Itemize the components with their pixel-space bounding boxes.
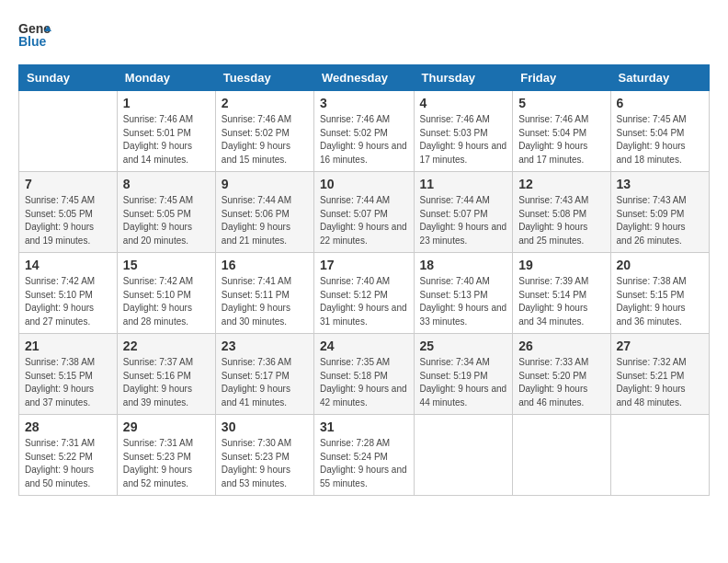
- calendar-cell: 26Sunrise: 7:33 AMSunset: 5:20 PMDayligh…: [513, 334, 610, 415]
- calendar-cell: 3Sunrise: 7:46 AMSunset: 5:02 PMDaylight…: [314, 91, 415, 172]
- calendar-body: 1Sunrise: 7:46 AMSunset: 5:01 PMDaylight…: [19, 91, 710, 496]
- cell-info: Sunrise: 7:45 AMSunset: 5:05 PMDaylight:…: [25, 194, 111, 247]
- cell-info: Sunrise: 7:31 AMSunset: 5:23 PMDaylight:…: [123, 437, 210, 490]
- calendar-cell: 25Sunrise: 7:34 AMSunset: 5:19 PMDayligh…: [414, 334, 513, 415]
- cell-day-number: 14: [25, 258, 111, 272]
- cell-day-number: 4: [420, 96, 507, 110]
- weekday-header-cell: Thursday: [414, 65, 513, 91]
- logo: General Blue: [18, 18, 51, 55]
- cell-info: Sunrise: 7:33 AMSunset: 5:20 PMDaylight:…: [518, 356, 604, 409]
- logo-icon: General Blue: [18, 18, 51, 55]
- cell-info: Sunrise: 7:28 AMSunset: 5:24 PMDaylight:…: [320, 437, 408, 490]
- cell-info: Sunrise: 7:44 AMSunset: 5:07 PMDaylight:…: [420, 194, 507, 247]
- calendar-cell: 18Sunrise: 7:40 AMSunset: 5:13 PMDayligh…: [414, 253, 513, 334]
- cell-day-number: 10: [320, 177, 408, 191]
- calendar-cell: 20Sunrise: 7:38 AMSunset: 5:15 PMDayligh…: [610, 253, 709, 334]
- cell-info: Sunrise: 7:46 AMSunset: 5:01 PMDaylight:…: [123, 113, 210, 167]
- calendar-week-row: 14Sunrise: 7:42 AMSunset: 5:10 PMDayligh…: [19, 253, 710, 334]
- cell-info: Sunrise: 7:44 AMSunset: 5:07 PMDaylight:…: [320, 194, 408, 247]
- cell-info: Sunrise: 7:34 AMSunset: 5:19 PMDaylight:…: [420, 356, 507, 409]
- calendar-cell: 15Sunrise: 7:42 AMSunset: 5:10 PMDayligh…: [117, 253, 215, 334]
- calendar-cell: [414, 415, 513, 496]
- calendar-cell: 14Sunrise: 7:42 AMSunset: 5:10 PMDayligh…: [19, 253, 118, 334]
- calendar-cell: 17Sunrise: 7:40 AMSunset: 5:12 PMDayligh…: [314, 253, 415, 334]
- calendar-cell: 5Sunrise: 7:46 AMSunset: 5:04 PMDaylight…: [513, 91, 610, 172]
- cell-info: Sunrise: 7:38 AMSunset: 5:15 PMDaylight:…: [25, 356, 111, 409]
- calendar-cell: 9Sunrise: 7:44 AMSunset: 5:06 PMDaylight…: [215, 172, 313, 253]
- cell-info: Sunrise: 7:40 AMSunset: 5:13 PMDaylight:…: [420, 275, 507, 328]
- cell-day-number: 2: [222, 96, 308, 110]
- calendar-cell: 28Sunrise: 7:31 AMSunset: 5:22 PMDayligh…: [19, 415, 118, 496]
- cell-day-number: 30: [222, 419, 308, 434]
- cell-day-number: 19: [518, 258, 604, 272]
- calendar-cell: 16Sunrise: 7:41 AMSunset: 5:11 PMDayligh…: [215, 253, 313, 334]
- cell-day-number: 9: [222, 177, 308, 191]
- cell-info: Sunrise: 7:45 AMSunset: 5:04 PMDaylight:…: [617, 113, 703, 167]
- cell-info: Sunrise: 7:38 AMSunset: 5:15 PMDaylight:…: [617, 275, 703, 328]
- cell-day-number: 16: [222, 258, 308, 272]
- calendar-cell: 2Sunrise: 7:46 AMSunset: 5:02 PMDaylight…: [215, 91, 313, 172]
- cell-day-number: 31: [320, 419, 408, 434]
- cell-info: Sunrise: 7:31 AMSunset: 5:22 PMDaylight:…: [25, 437, 111, 490]
- cell-day-number: 25: [420, 339, 507, 353]
- calendar-cell: 10Sunrise: 7:44 AMSunset: 5:07 PMDayligh…: [314, 172, 415, 253]
- cell-day-number: 6: [617, 96, 703, 110]
- cell-day-number: 12: [518, 177, 604, 191]
- calendar-cell: [610, 415, 709, 496]
- cell-day-number: 1: [123, 96, 210, 110]
- calendar-cell: 11Sunrise: 7:44 AMSunset: 5:07 PMDayligh…: [414, 172, 513, 253]
- cell-day-number: 22: [123, 339, 210, 353]
- weekday-header-cell: Saturday: [610, 65, 709, 91]
- cell-info: Sunrise: 7:30 AMSunset: 5:23 PMDaylight:…: [222, 437, 308, 490]
- cell-day-number: 26: [518, 339, 604, 353]
- calendar-cell: 6Sunrise: 7:45 AMSunset: 5:04 PMDaylight…: [610, 91, 709, 172]
- calendar-week-row: 28Sunrise: 7:31 AMSunset: 5:22 PMDayligh…: [19, 415, 710, 496]
- calendar-cell: [19, 91, 118, 172]
- cell-day-number: 5: [518, 96, 604, 110]
- weekday-header-cell: Friday: [513, 65, 610, 91]
- calendar-cell: [513, 415, 610, 496]
- cell-info: Sunrise: 7:42 AMSunset: 5:10 PMDaylight:…: [25, 275, 111, 328]
- cell-info: Sunrise: 7:39 AMSunset: 5:14 PMDaylight:…: [518, 275, 604, 328]
- calendar-cell: 29Sunrise: 7:31 AMSunset: 5:23 PMDayligh…: [117, 415, 215, 496]
- calendar-cell: 19Sunrise: 7:39 AMSunset: 5:14 PMDayligh…: [513, 253, 610, 334]
- cell-day-number: 13: [617, 177, 703, 191]
- calendar-week-row: 1Sunrise: 7:46 AMSunset: 5:01 PMDaylight…: [19, 91, 710, 172]
- calendar-week-row: 7Sunrise: 7:45 AMSunset: 5:05 PMDaylight…: [19, 172, 710, 253]
- cell-day-number: 29: [123, 419, 210, 434]
- weekday-header-row: SundayMondayTuesdayWednesdayThursdayFrid…: [19, 65, 710, 91]
- cell-info: Sunrise: 7:44 AMSunset: 5:06 PMDaylight:…: [222, 194, 308, 247]
- cell-info: Sunrise: 7:46 AMSunset: 5:03 PMDaylight:…: [420, 113, 507, 167]
- cell-day-number: 17: [320, 258, 408, 272]
- calendar-cell: 21Sunrise: 7:38 AMSunset: 5:15 PMDayligh…: [19, 334, 118, 415]
- cell-day-number: 28: [25, 419, 111, 434]
- cell-info: Sunrise: 7:36 AMSunset: 5:17 PMDaylight:…: [222, 356, 308, 409]
- cell-info: Sunrise: 7:43 AMSunset: 5:09 PMDaylight:…: [617, 194, 703, 247]
- cell-day-number: 8: [123, 177, 210, 191]
- calendar-cell: 27Sunrise: 7:32 AMSunset: 5:21 PMDayligh…: [610, 334, 709, 415]
- cell-day-number: 23: [222, 339, 308, 353]
- cell-info: Sunrise: 7:46 AMSunset: 5:02 PMDaylight:…: [222, 113, 308, 167]
- calendar-cell: 24Sunrise: 7:35 AMSunset: 5:18 PMDayligh…: [314, 334, 415, 415]
- cell-info: Sunrise: 7:42 AMSunset: 5:10 PMDaylight:…: [123, 275, 210, 328]
- cell-info: Sunrise: 7:43 AMSunset: 5:08 PMDaylight:…: [518, 194, 604, 247]
- weekday-header-cell: Wednesday: [314, 65, 415, 91]
- cell-info: Sunrise: 7:46 AMSunset: 5:04 PMDaylight:…: [518, 113, 604, 167]
- calendar-cell: 4Sunrise: 7:46 AMSunset: 5:03 PMDaylight…: [414, 91, 513, 172]
- cell-info: Sunrise: 7:46 AMSunset: 5:02 PMDaylight:…: [320, 113, 408, 167]
- header: General Blue: [18, 18, 710, 55]
- calendar-cell: 31Sunrise: 7:28 AMSunset: 5:24 PMDayligh…: [314, 415, 415, 496]
- cell-day-number: 21: [25, 339, 111, 353]
- calendar-cell: 8Sunrise: 7:45 AMSunset: 5:05 PMDaylight…: [117, 172, 215, 253]
- cell-info: Sunrise: 7:45 AMSunset: 5:05 PMDaylight:…: [123, 194, 210, 247]
- cell-day-number: 18: [420, 258, 507, 272]
- cell-info: Sunrise: 7:40 AMSunset: 5:12 PMDaylight:…: [320, 275, 408, 328]
- cell-info: Sunrise: 7:41 AMSunset: 5:11 PMDaylight:…: [222, 275, 308, 328]
- calendar-cell: 22Sunrise: 7:37 AMSunset: 5:16 PMDayligh…: [117, 334, 215, 415]
- calendar-cell: 12Sunrise: 7:43 AMSunset: 5:08 PMDayligh…: [513, 172, 610, 253]
- calendar-cell: 23Sunrise: 7:36 AMSunset: 5:17 PMDayligh…: [215, 334, 313, 415]
- cell-day-number: 7: [25, 177, 111, 191]
- calendar-week-row: 21Sunrise: 7:38 AMSunset: 5:15 PMDayligh…: [19, 334, 710, 415]
- calendar-cell: 7Sunrise: 7:45 AMSunset: 5:05 PMDaylight…: [19, 172, 118, 253]
- calendar-cell: 30Sunrise: 7:30 AMSunset: 5:23 PMDayligh…: [215, 415, 313, 496]
